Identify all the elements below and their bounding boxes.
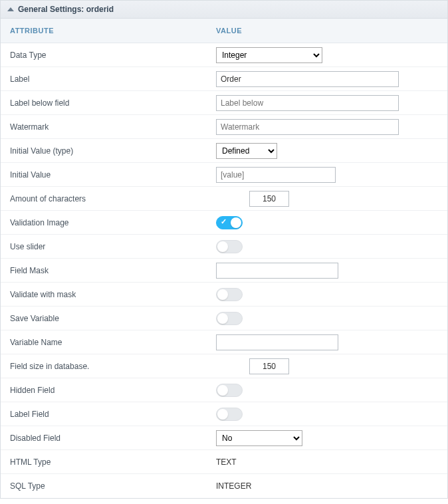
row-label-below: Label below field [1, 91, 447, 115]
label-watermark: Watermark [1, 116, 207, 138]
label-hidden-field: Hidden Field [1, 380, 207, 401]
initial-value-input[interactable] [216, 167, 336, 183]
html-type-value: TEXT [216, 457, 237, 467]
row-initial-value: Initial Value [1, 163, 447, 187]
row-use-slider: Use slider [1, 235, 447, 259]
row-sql-type: SQL Type INTEGER [1, 474, 447, 498]
row-amount-characters: Amount of characters [1, 187, 447, 211]
sql-type-value: INTEGER [216, 481, 251, 491]
row-variable-name: Variable Name [1, 330, 447, 354]
row-label: Label [1, 67, 447, 91]
label-save-variable: Save Variable [1, 308, 207, 329]
panel-header[interactable]: General Settings: orderid [1, 1, 447, 19]
save-variable-toggle[interactable] [216, 312, 243, 325]
row-hidden-field: Hidden Field [1, 378, 447, 402]
label-field-toggle[interactable] [216, 408, 243, 421]
row-field-size-db: Field size in database. [1, 354, 447, 378]
collapse-icon [7, 7, 14, 11]
watermark-input[interactable] [216, 119, 399, 135]
row-initial-value-type: Initial Value (type) Defined [1, 139, 447, 163]
label-validate-with-mask: Validate with mask [1, 284, 207, 305]
row-disabled-field: Disabled Field No [1, 426, 447, 450]
variable-name-input[interactable] [216, 334, 338, 350]
col-header-value: VALUE [207, 19, 447, 43]
label-validation-image: Validation Image [1, 212, 207, 233]
panel-title: General Settings: orderid [18, 5, 114, 14]
column-header-row: ATTRIBUTE VALUE [1, 19, 447, 43]
general-settings-panel: General Settings: orderid ATTRIBUTE VALU… [0, 0, 448, 499]
disabled-field-select[interactable]: No [216, 430, 302, 446]
field-size-db-input[interactable] [249, 358, 289, 374]
label-field-size-db: Field size in database. [1, 356, 207, 377]
label-sql-type: SQL Type [1, 475, 207, 497]
row-validation-image: Validation Image [1, 211, 447, 235]
row-save-variable: Save Variable [1, 307, 447, 330]
row-label-field: Label Field [1, 402, 447, 426]
label-use-slider: Use slider [1, 236, 207, 257]
label-label-field: Label Field [1, 404, 207, 425]
label-below-input[interactable] [216, 95, 399, 111]
label-input[interactable] [216, 71, 399, 87]
row-html-type: HTML Type TEXT [1, 450, 447, 474]
label-label-below: Label below field [1, 92, 207, 114]
use-slider-toggle[interactable] [216, 240, 243, 253]
row-data-type: Data Type Integer [1, 43, 447, 67]
field-mask-input[interactable] [216, 263, 338, 279]
row-field-mask: Field Mask [1, 259, 447, 283]
label-initial-value-type: Initial Value (type) [1, 140, 207, 162]
row-watermark: Watermark [1, 115, 447, 139]
label-amount-characters: Amount of characters [1, 188, 207, 209]
hidden-field-toggle[interactable] [216, 384, 243, 397]
label-initial-value: Initial Value [1, 164, 207, 186]
label-variable-name: Variable Name [1, 332, 207, 353]
amount-characters-input[interactable] [249, 191, 289, 207]
label-label: Label [1, 68, 207, 90]
validate-with-mask-toggle[interactable] [216, 288, 243, 301]
col-header-attribute: ATTRIBUTE [1, 19, 207, 43]
validation-image-toggle[interactable] [216, 216, 243, 229]
data-type-select[interactable]: Integer [216, 47, 322, 63]
row-validate-with-mask: Validate with mask [1, 283, 447, 307]
initial-value-type-select[interactable]: Defined [216, 143, 277, 159]
label-html-type: HTML Type [1, 451, 207, 473]
label-field-mask: Field Mask [1, 260, 207, 281]
label-disabled-field: Disabled Field [1, 428, 207, 449]
label-data-type: Data Type [1, 45, 207, 66]
